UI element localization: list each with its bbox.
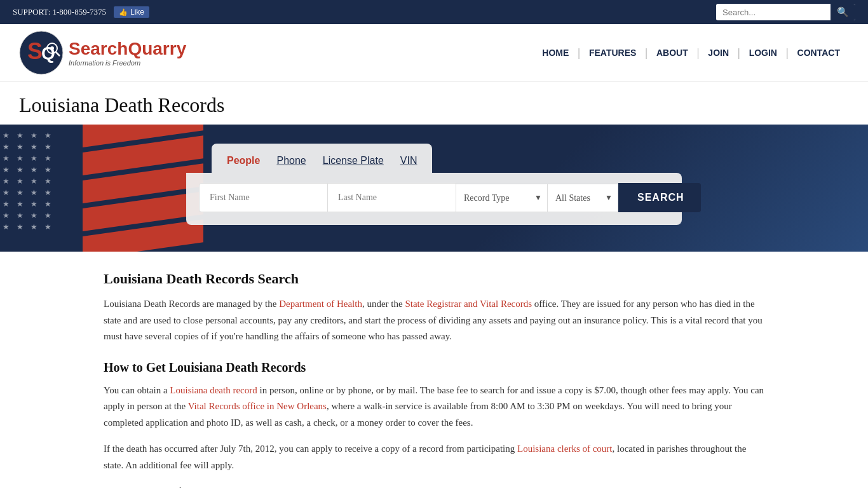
section2-paragraph3: Ordering in person from a Vital Records … <box>104 484 764 488</box>
record-type-select[interactable]: Record Type Death Records Birth Records … <box>456 184 547 212</box>
nav-contact[interactable]: CONTACT <box>789 48 849 58</box>
all-states-wrapper: All States Louisiana Alabama Alaska Ariz… <box>548 184 618 212</box>
nav-login[interactable]: LOGIN <box>740 48 786 58</box>
support-phone: SUPPORT: 1-800-859-7375 <box>13 7 106 17</box>
svg-text:S: S <box>27 38 43 64</box>
search-tabs: People Phone License Plate VIN <box>212 144 432 173</box>
logo[interactable]: S Q SearchQuarry Information is Freedom <box>19 30 186 75</box>
flag-stars: ★ ★ ★ ★★ ★ ★ ★★ ★ ★ ★★ ★ ★ ★★ ★ ★ ★★ ★ ★… <box>0 125 83 238</box>
page-title: Louisiana Death Records <box>19 93 849 117</box>
la-death-record-link[interactable]: Louisiana death record <box>170 385 257 395</box>
logo-text: SearchQuarry Information is Freedom <box>69 39 186 67</box>
all-states-select[interactable]: All States Louisiana Alabama Alaska Ariz… <box>548 184 618 212</box>
svg-point-4 <box>50 46 54 50</box>
section2-title: How to Get Louisiana Death Records <box>104 360 764 375</box>
search-container: People Phone License Plate VIN Record Ty… <box>186 144 682 225</box>
search-button[interactable]: SEARCH <box>618 183 701 212</box>
top-search-bar: 🔍 <box>716 4 855 20</box>
flag-stars-bg: ★ ★ ★ ★★ ★ ★ ★★ ★ ★ ★★ ★ ★ ★★ ★ ★ ★★ ★ ★… <box>0 125 83 252</box>
nav-join[interactable]: JOIN <box>699 48 738 58</box>
section1-title: Louisiana Death Records Search <box>104 271 764 287</box>
logo-name: SearchQuarry <box>69 39 186 59</box>
state-registrar-link[interactable]: State Registrar and Vital Records <box>405 299 532 309</box>
logo-name-part1: Search <box>69 39 128 58</box>
tab-license-plate[interactable]: License Plate <box>320 151 386 173</box>
tab-people[interactable]: People <box>224 151 262 173</box>
hero-section: ★ ★ ★ ★★ ★ ★ ★★ ★ ★ ★★ ★ ★ ★★ ★ ★ ★★ ★ ★… <box>0 125 868 252</box>
top-search-input[interactable] <box>716 5 831 20</box>
section2-paragraph2: If the death has occurred after July 7th… <box>104 441 764 473</box>
top-search-button[interactable]: 🔍 <box>831 4 855 20</box>
last-name-input[interactable] <box>328 183 456 212</box>
top-bar-left: SUPPORT: 1-800-859-7375 👍 Like <box>13 6 149 18</box>
page-title-bar: Louisiana Death Records <box>0 82 868 125</box>
section1-paragraph1: Louisiana Death Records are managed by t… <box>104 296 764 345</box>
logo-name-part2: Quarry <box>128 39 186 58</box>
nav-features[interactable]: FEATURES <box>580 48 645 58</box>
top-bar: SUPPORT: 1-800-859-7375 👍 Like 🔍 <box>0 0 868 24</box>
content-area: Louisiana Death Records Search Louisiana… <box>85 252 783 488</box>
thumbs-up-icon: 👍 <box>119 8 128 17</box>
section2-paragraph1: You can obtain a Louisiana death record … <box>104 383 764 431</box>
fb-like-button[interactable]: 👍 Like <box>114 6 149 18</box>
flag-decoration: ★ ★ ★ ★★ ★ ★ ★★ ★ ★ ★★ ★ ★ ★★ ★ ★ ★★ ★ ★… <box>0 125 203 252</box>
logo-tagline: Information is Freedom <box>69 59 186 67</box>
first-name-input[interactable] <box>199 183 328 212</box>
logo-icon: S Q <box>19 30 64 75</box>
header: S Q SearchQuarry Information is Freedom … <box>0 24 868 82</box>
record-type-wrapper: Record Type Death Records Birth Records … <box>456 184 548 212</box>
clerks-of-court-link[interactable]: Louisiana clerks of court <box>517 444 613 454</box>
flag-stripes <box>83 125 203 252</box>
tab-phone[interactable]: Phone <box>274 151 308 173</box>
nav-about[interactable]: ABOUT <box>648 48 697 58</box>
main-nav: HOME | FEATURES | ABOUT | JOIN | LOGIN |… <box>533 46 849 60</box>
nav-home[interactable]: HOME <box>533 48 578 58</box>
tab-vin[interactable]: VIN <box>398 151 420 173</box>
fb-like-label: Like <box>130 8 144 17</box>
dept-health-link[interactable]: Department of Health <box>279 299 362 309</box>
vital-records-office-link[interactable]: Vital Records office in New Orleans <box>188 401 327 411</box>
search-form: Record Type Death Records Birth Records … <box>186 173 682 225</box>
